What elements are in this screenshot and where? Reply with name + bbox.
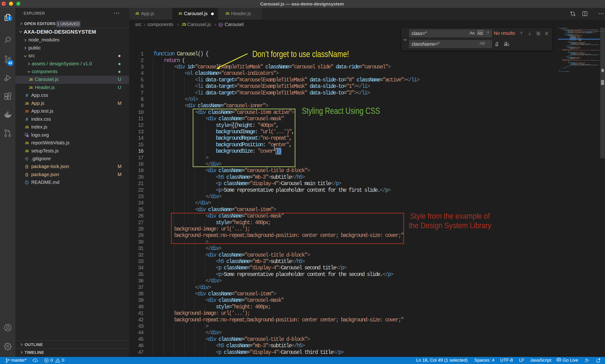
svg-text:ab: ab — [505, 44, 506, 46]
svg-text:b: b — [496, 44, 497, 46]
